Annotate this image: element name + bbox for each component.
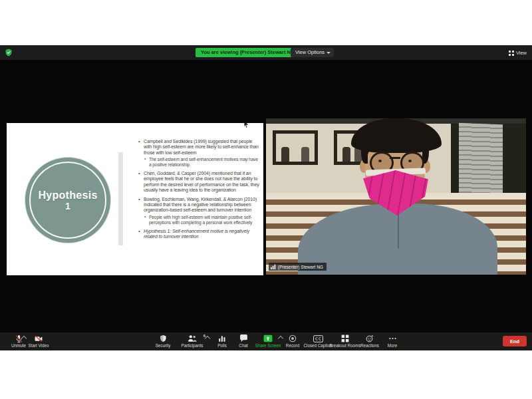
participants-icon bbox=[188, 334, 198, 342]
end-meeting-button[interactable]: End bbox=[503, 336, 527, 346]
view-button-label: View bbox=[516, 50, 527, 56]
view-button[interactable]: View bbox=[509, 49, 527, 57]
bullet-self-esteem-motives: The self-esteem and self-enhancement mot… bbox=[138, 157, 261, 168]
window-blinds bbox=[459, 123, 503, 200]
breakout-rooms-grid-icon bbox=[341, 334, 349, 342]
more-button[interactable]: More bbox=[372, 334, 412, 348]
zoom-window: You are viewing (Presenter) Stewart NG's… bbox=[0, 45, 532, 350]
closed-caption-icon bbox=[313, 334, 323, 342]
hypothesis-circle-title: Hypothesis bbox=[38, 190, 97, 201]
signal-bars-icon bbox=[271, 264, 276, 269]
start-video-button[interactable]: Start Video bbox=[19, 334, 59, 348]
more-ellipsis-icon bbox=[388, 334, 397, 342]
meeting-toolbar: Unmute Start Video bbox=[0, 332, 532, 350]
mouse-cursor-icon bbox=[243, 123, 249, 128]
share-screen-icon bbox=[263, 334, 273, 342]
security-label: Security bbox=[156, 343, 171, 348]
slide-bullet-list: Campbell and Sedikides (1999) suggested … bbox=[138, 139, 261, 243]
view-options-button[interactable]: View Options bbox=[291, 48, 334, 57]
presenter-hair bbox=[361, 145, 368, 164]
shared-screen-slide: Hypothesis 1 Campbell and Sedikides (199… bbox=[7, 123, 263, 275]
slide-divider-strip bbox=[118, 152, 123, 245]
more-label: More bbox=[388, 343, 397, 348]
bullet-bowling: Bowling, Eschleman, Wang, Kirkendall, & … bbox=[138, 197, 261, 213]
view-grid-icon bbox=[509, 51, 514, 56]
presenter-name-label: (Presenter) Stewart NG bbox=[278, 265, 323, 269]
encryption-shield-icon bbox=[5, 49, 13, 57]
chat-bubble-icon bbox=[239, 334, 248, 342]
meeting-topbar: You are viewing (Presenter) Stewart NG's… bbox=[0, 45, 532, 60]
chat-label: Chat bbox=[239, 343, 247, 348]
participants-label: Participants bbox=[182, 343, 203, 348]
wall-photo-frame-left bbox=[273, 130, 318, 165]
record-icon bbox=[289, 334, 297, 342]
bullet-chen: Chen, Goddard, & Casper (2004) mentioned… bbox=[138, 171, 261, 194]
bullet-hypothesis-1: Hypothesis 1: Self-enhancement motive is… bbox=[138, 229, 261, 240]
participant-name-tag: (Presenter) Stewart NG bbox=[269, 263, 327, 271]
zoom-meeting-screenshot: You are viewing (Presenter) Stewart NG's… bbox=[0, 0, 532, 399]
bullet-campbell: Campbell and Sedikides (1999) suggested … bbox=[138, 139, 261, 156]
start-video-label: Start Video bbox=[28, 343, 49, 348]
hypothesis-circle-number: 1 bbox=[65, 201, 70, 211]
security-shield-icon bbox=[160, 334, 167, 342]
camera-off-icon bbox=[34, 334, 43, 342]
hypothesis-circle: Hypothesis 1 bbox=[25, 158, 110, 243]
presenter-video-tile: (Presenter) Stewart NG bbox=[266, 118, 526, 275]
glasses-bridge bbox=[390, 157, 400, 159]
bullet-high-self-esteem: People with high self-esteem will mainta… bbox=[138, 215, 261, 225]
